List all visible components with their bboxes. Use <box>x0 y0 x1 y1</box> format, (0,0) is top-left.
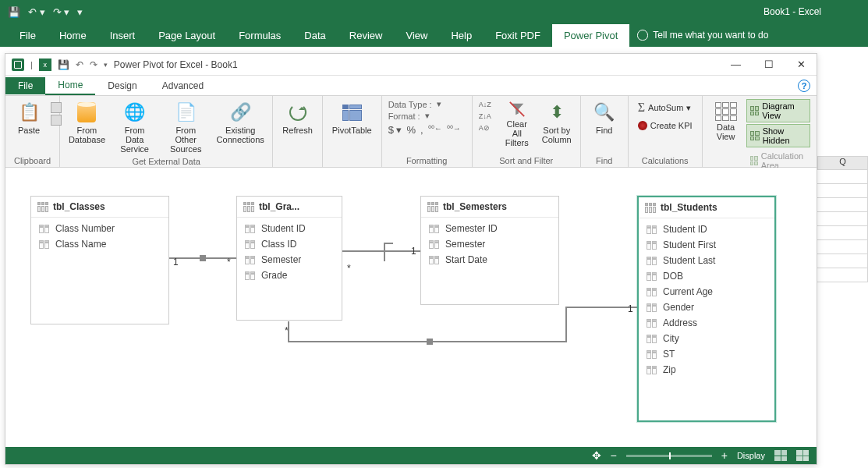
tab-foxit-pdf[interactable]: Foxit PDF <box>484 24 552 47</box>
paste-button[interactable]: 📋 Paste <box>12 99 46 136</box>
diagram-canvas[interactable]: 1 * * 1 * 1 tbl_Classes Class Number Cla… <box>5 168 817 455</box>
refresh-button[interactable]: Refresh <box>279 99 316 136</box>
datatype-dropdown[interactable]: ▾ <box>437 99 441 109</box>
field-zip[interactable]: Zip <box>639 362 774 378</box>
currency-icon[interactable]: $ ▾ <box>388 124 402 136</box>
create-kpi-button[interactable]: Create KPI <box>635 119 696 132</box>
field-st[interactable]: ST <box>639 346 774 362</box>
cell[interactable] <box>817 268 868 282</box>
table-tbl-grades[interactable]: tbl_Gra... Student ID Class ID Semester … <box>236 196 342 321</box>
zoom-slider[interactable] <box>626 455 712 457</box>
tab-review[interactable]: Review <box>338 24 395 47</box>
table-tbl-semesters[interactable]: tbl_Semesters Semester ID Semester Start… <box>420 196 559 305</box>
field-city[interactable]: City <box>639 331 774 346</box>
field-student-first[interactable]: Student First <box>639 237 774 253</box>
relationship-node <box>200 255 206 261</box>
sort-asc-icon[interactable]: A↓Z <box>479 99 494 110</box>
field-address[interactable]: Address <box>639 315 774 331</box>
clear-filters-button[interactable]: Clear All Filters <box>499 99 535 149</box>
cell[interactable] <box>817 240 868 254</box>
cell[interactable] <box>817 198 868 212</box>
pp-tab-advanced[interactable]: Advanced <box>150 77 216 94</box>
relationship-line <box>565 307 637 308</box>
redo-icon[interactable]: ↷ ▾ <box>53 6 70 18</box>
maximize-button[interactable]: ☐ <box>760 57 778 72</box>
save-icon[interactable]: 💾 <box>8 6 20 18</box>
tab-home[interactable]: Home <box>48 24 98 47</box>
format-dropdown[interactable]: ▾ <box>425 111 430 121</box>
from-other-sources-button[interactable]: 📄 From Other Sources <box>161 99 210 155</box>
cell[interactable] <box>817 212 868 226</box>
field-class-number[interactable]: Class Number <box>31 221 168 236</box>
save-icon[interactable]: 💾 <box>58 59 69 70</box>
undo-icon[interactable]: ↶ ▾ <box>28 6 45 18</box>
qat-customize-icon[interactable]: ▾ <box>104 61 108 69</box>
qat-customize-icon[interactable]: ▾ <box>77 6 83 18</box>
sort-desc-icon[interactable]: Z↓A <box>479 111 494 122</box>
diagram-view-status-icon[interactable] <box>796 450 809 461</box>
table-tbl-students[interactable]: tbl_Students Student ID Student First St… <box>637 196 776 422</box>
column-header-q[interactable]: Q <box>817 156 868 170</box>
relationship-line[interactable] <box>342 250 420 252</box>
tab-power-pivot[interactable]: Power Pivot <box>552 24 629 47</box>
existing-connections-button[interactable]: 🔗 Existing Connections <box>214 99 266 146</box>
pp-titlebar[interactable]: | x 💾 ↶ ↷ ▾ Power Pivot for Excel - Book… <box>5 54 817 76</box>
drag-to-move-icon[interactable]: ✥ <box>592 449 601 462</box>
minimize-button[interactable]: — <box>726 57 746 72</box>
diagram-view-button[interactable]: Diagram View <box>746 99 810 122</box>
cell[interactable] <box>817 170 868 184</box>
field-dob[interactable]: DOB <box>639 268 774 284</box>
from-data-service-button[interactable]: 🌐 From Data Service <box>112 99 158 155</box>
from-database-button[interactable]: From Database <box>66 99 108 146</box>
data-view-status-icon[interactable] <box>774 450 787 461</box>
field-grade[interactable]: Grade <box>237 268 342 283</box>
field-student-id[interactable]: Student ID <box>237 221 342 236</box>
field-class-name[interactable]: Class Name <box>31 236 168 252</box>
cell[interactable] <box>817 254 868 268</box>
field-current-age[interactable]: Current Age <box>639 284 774 300</box>
zoom-out-button[interactable]: − <box>611 449 617 462</box>
cell[interactable] <box>817 184 868 198</box>
field-gender[interactable]: Gender <box>639 300 774 315</box>
field-semester[interactable]: Semester <box>421 236 558 252</box>
clipboard-icon: 📋 <box>17 101 41 124</box>
tab-formulas[interactable]: Formulas <box>227 24 292 47</box>
undo-icon[interactable]: ↶ <box>76 59 83 70</box>
field-student-last[interactable]: Student Last <box>639 253 774 268</box>
pp-tab-home[interactable]: Home <box>45 76 95 95</box>
field-semester[interactable]: Semester <box>237 252 342 268</box>
help-icon[interactable]: ? <box>798 80 810 92</box>
tab-file[interactable]: File <box>8 24 48 47</box>
cardinality-one: 1 <box>411 246 416 257</box>
field-semester-id[interactable]: Semester ID <box>421 221 558 236</box>
tab-data[interactable]: Data <box>292 24 337 47</box>
percent-icon[interactable]: % <box>406 124 416 136</box>
comma-icon[interactable]: , <box>420 124 423 136</box>
close-button[interactable]: ✕ <box>792 57 810 72</box>
pp-tab-file[interactable]: File <box>5 77 45 94</box>
sort-by-column-button[interactable]: ⬍ Sort by Column <box>540 99 574 146</box>
excel-icon[interactable]: x <box>39 58 51 71</box>
zoom-in-button[interactable]: + <box>721 449 728 462</box>
clear-sort-icon[interactable]: A⊘ <box>479 122 494 133</box>
tab-view[interactable]: View <box>394 24 439 47</box>
table-tbl-classes[interactable]: tbl_Classes Class Number Class Name <box>30 196 169 324</box>
field-class-id[interactable]: Class ID <box>237 236 342 252</box>
pivottable-button[interactable]: PivotTable <box>329 99 375 136</box>
tell-me-search[interactable]: Tell me what you want to do <box>637 30 768 41</box>
show-hidden-button[interactable]: Show Hidden <box>746 124 810 147</box>
find-button[interactable]: 🔍 Find <box>587 99 622 136</box>
tab-page-layout[interactable]: Page Layout <box>147 24 227 47</box>
tab-help[interactable]: Help <box>439 24 484 47</box>
worksheet-area[interactable]: Q <box>817 156 868 282</box>
tab-insert[interactable]: Insert <box>98 24 147 47</box>
autosum-button[interactable]: ΣAutoSum ▾ <box>635 99 695 116</box>
data-view-button[interactable]: Data View <box>709 99 743 144</box>
field-start-date[interactable]: Start Date <box>421 252 558 268</box>
field-student-id[interactable]: Student ID <box>639 222 774 237</box>
pp-tab-design[interactable]: Design <box>95 77 149 94</box>
redo-icon[interactable]: ↷ <box>90 59 97 70</box>
decrease-decimal-icon[interactable]: ⁰⁰→ <box>447 124 461 136</box>
increase-decimal-icon[interactable]: ⁰⁰← <box>428 124 442 136</box>
cell[interactable] <box>817 226 868 240</box>
